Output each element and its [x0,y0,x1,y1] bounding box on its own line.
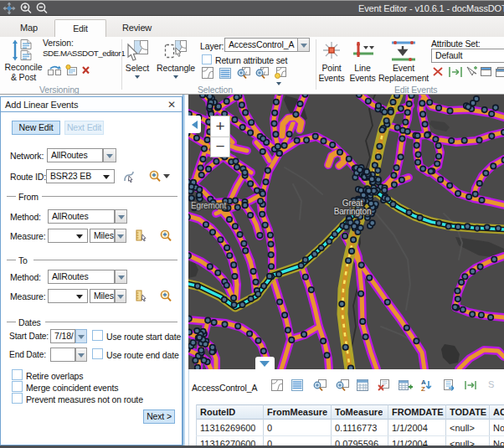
svg-text:Egremont: Egremont [191,201,227,210]
svg-text:S: S [488,379,494,389]
svg-text:Z: Z [421,385,425,392]
svg-text:Barrington: Barrington [334,207,372,216]
